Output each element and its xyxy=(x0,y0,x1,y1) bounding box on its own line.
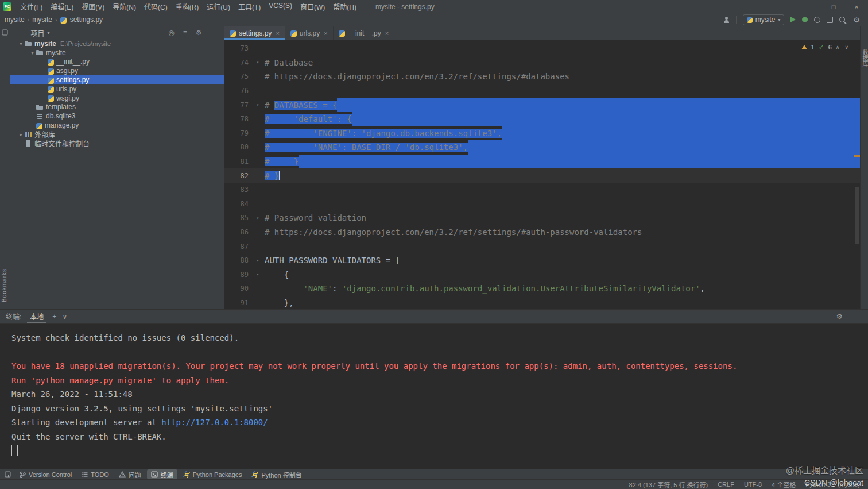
fold-marker[interactable]: ▾ xyxy=(251,215,265,221)
doc-link[interactable]: https://docs.djangoproject.com/en/3.2/re… xyxy=(274,228,642,237)
line-number[interactable]: 80 xyxy=(224,143,251,151)
menu-item[interactable]: 代码(C) xyxy=(140,0,172,13)
line-number[interactable]: 82 xyxy=(224,172,251,180)
line-number[interactable]: 81 xyxy=(224,157,251,165)
breadcrumb-item[interactable]: settings.py xyxy=(70,16,103,24)
breadcrumb-item[interactable]: mysite xyxy=(32,16,52,24)
inspections-widget[interactable]: 1 ✓ 6 ∧ ∨ xyxy=(801,43,850,51)
toolstripe-python-packages[interactable]: Python Packages xyxy=(179,469,246,479)
gear-icon[interactable]: ⚙ xyxy=(836,313,843,321)
menu-item[interactable]: 工具(T) xyxy=(234,0,265,13)
settings-gear-icon[interactable]: ⚙ xyxy=(853,16,860,24)
warning-stripe-mark[interactable] xyxy=(854,155,860,157)
tool-window-switcher-icon[interactable] xyxy=(2,471,14,478)
minimize-panel-icon[interactable]: ─ xyxy=(852,313,858,321)
debug-button[interactable] xyxy=(802,17,808,22)
line-number[interactable]: 87 xyxy=(224,242,251,251)
menu-item[interactable]: 运行(U) xyxy=(203,0,234,13)
file-encoding[interactable]: UTF-8 xyxy=(744,481,762,488)
project-tree-item[interactable]: ▸外部库 xyxy=(10,130,224,139)
line-number[interactable]: 86 xyxy=(224,228,251,236)
line-number[interactable]: 90 xyxy=(224,284,251,292)
tree-chevron[interactable]: ▾ xyxy=(29,50,36,56)
project-tree-item[interactable]: wsgi.py xyxy=(10,94,224,103)
coverage-button[interactable] xyxy=(827,17,833,23)
code-line-79[interactable]: 79# 'ENGINE': 'django.db.backends.sqlite… xyxy=(224,126,860,141)
close-icon[interactable]: × xyxy=(845,0,868,13)
line-number[interactable]: 91 xyxy=(224,299,251,307)
project-panel-title[interactable]: 项目 xyxy=(30,28,44,38)
line-number[interactable]: 85 xyxy=(224,214,251,222)
code-line-78[interactable]: 78# 'default': { xyxy=(224,112,860,126)
close-tab-icon[interactable]: × xyxy=(276,30,279,37)
scrollbar-thumb[interactable] xyxy=(855,187,859,244)
menu-item[interactable]: 窗口(W) xyxy=(296,0,329,13)
fold-marker[interactable]: ▾ xyxy=(251,60,265,65)
toolstripe-todo[interactable]: TODO xyxy=(78,469,113,479)
code-line-73[interactable]: 73 xyxy=(224,41,860,56)
breadcrumb-item[interactable]: mysite xyxy=(5,16,25,24)
terminal-tab-local[interactable]: 本地 xyxy=(27,310,46,323)
project-tree-item[interactable]: db.sqlite3 xyxy=(10,111,224,121)
project-tool-icon[interactable] xyxy=(2,29,8,37)
fold-marker[interactable]: ▾ xyxy=(251,102,265,107)
toolstripe-terminal[interactable]: 终端 xyxy=(147,469,177,479)
menu-item[interactable]: 帮助(H) xyxy=(329,0,361,13)
code-line-83[interactable]: 83 xyxy=(224,183,860,197)
toolstripe-problems[interactable]: 问题 xyxy=(115,469,145,479)
tree-chevron[interactable]: ▸ xyxy=(17,132,25,137)
terminal-console[interactable]: System check identified no issues (0 sil… xyxy=(0,324,868,469)
code-line-80[interactable]: 80# 'NAME': BASE_DIR / 'db.sqlite3', xyxy=(224,140,860,155)
profiler-button[interactable] xyxy=(814,17,820,23)
tab-settings-py[interactable]: settings.py × xyxy=(224,26,285,40)
project-tree-item[interactable]: manage.py xyxy=(10,121,224,130)
chevron-down-icon[interactable]: ▾ xyxy=(47,30,49,36)
line-number[interactable]: 77 xyxy=(224,101,251,109)
terminal-link[interactable]: http://127.0.0.1:8000/ xyxy=(161,418,268,427)
caret-position[interactable]: 82:4 (137 字符, 5 行 换行符) xyxy=(629,480,708,489)
project-tree-item[interactable]: asgi.py xyxy=(10,66,224,75)
project-tree-item[interactable]: templates xyxy=(10,103,224,112)
search-icon[interactable] xyxy=(839,17,845,22)
line-number[interactable]: 84 xyxy=(224,200,251,208)
code-editor[interactable]: 7374▾# Database75# https://docs.djangopr… xyxy=(224,40,860,309)
code-line-82[interactable]: 82# } xyxy=(224,168,860,183)
prev-problem-icon[interactable]: ∧ xyxy=(836,44,841,50)
line-number[interactable]: 73 xyxy=(224,44,251,52)
next-problem-icon[interactable]: ∨ xyxy=(844,44,850,50)
tab-init-py[interactable]: __init__.py × xyxy=(334,26,394,40)
line-number[interactable]: 76 xyxy=(224,87,251,95)
line-number[interactable]: 83 xyxy=(224,186,251,194)
code-line-86[interactable]: 86# https://docs.djangoproject.com/en/3.… xyxy=(224,225,860,240)
project-tree-item[interactable]: settings.py xyxy=(10,75,224,84)
close-tab-icon[interactable]: × xyxy=(385,30,389,37)
menu-item[interactable]: 视图(V) xyxy=(78,0,108,13)
code-line-87[interactable]: 87 xyxy=(224,239,860,253)
fold-marker[interactable]: ▾ xyxy=(251,258,265,263)
locate-file-icon[interactable]: ◎ xyxy=(168,29,174,37)
new-session-icon[interactable]: + xyxy=(52,313,56,321)
minimize-icon[interactable]: ─ xyxy=(799,0,822,13)
project-tree-item[interactable]: urls.py xyxy=(10,84,224,94)
code-line-90[interactable]: 90 'NAME': 'django.contrib.auth.password… xyxy=(224,282,860,296)
toolstripe-version-control[interactable]: Version Control xyxy=(16,469,76,479)
doc-link[interactable]: https://docs.djangoproject.com/en/3.2/re… xyxy=(274,72,569,81)
code-line-91[interactable]: 91 }, xyxy=(224,296,860,309)
project-tree-item[interactable]: __init__.py xyxy=(10,57,224,67)
project-tree-item[interactable]: ▾mysiteE:\Projects\mysite xyxy=(10,39,224,48)
code-line-74[interactable]: 74▾# Database xyxy=(224,56,860,70)
close-tab-icon[interactable]: × xyxy=(324,30,327,37)
menu-item[interactable]: 文件(F) xyxy=(16,0,46,13)
line-number[interactable]: 88 xyxy=(224,256,251,264)
bookmarks-tool-button[interactable]: Bookmarks xyxy=(1,268,7,302)
run-configuration-select[interactable]: mysite ▾ xyxy=(743,14,785,25)
code-line-89[interactable]: 89▾ { xyxy=(224,268,860,282)
line-number[interactable]: 79 xyxy=(224,129,251,137)
collapse-all-icon[interactable]: ≡ xyxy=(183,29,187,37)
menu-item[interactable]: 编辑(E) xyxy=(46,0,78,13)
line-number[interactable]: 74 xyxy=(224,59,251,67)
code-line-76[interactable]: 76 xyxy=(224,84,860,98)
gear-icon[interactable]: ⚙ xyxy=(196,29,202,37)
code-line-75[interactable]: 75# https://docs.djangoproject.com/en/3.… xyxy=(224,70,860,84)
code-line-81[interactable]: 81# } xyxy=(224,155,860,169)
